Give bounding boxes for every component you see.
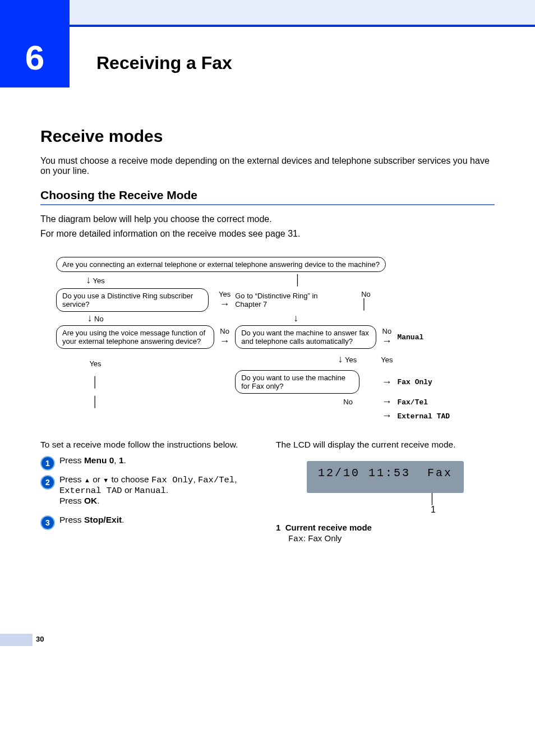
text: Press [59, 496, 84, 505]
up-arrow-icon [84, 474, 90, 484]
left-column: To set a receive mode follow the instruc… [40, 440, 259, 544]
text: , [234, 474, 237, 484]
label-yes: Yes [93, 276, 105, 285]
label-yes: Yes [89, 359, 101, 368]
label-no: No [220, 327, 229, 335]
text: or [90, 474, 103, 484]
instructions-intro: To set a receive mode follow the instruc… [40, 440, 259, 450]
mode-faxonly: Fax Only [397, 378, 432, 386]
label-no: No [343, 398, 353, 406]
diagram-q3: Are you using the voice message function… [56, 325, 214, 349]
arrow-right-icon [220, 338, 230, 346]
header-blue-block [0, 0, 70, 27]
text: Press [59, 455, 84, 465]
header-strip [0, 0, 535, 27]
text: , [114, 455, 119, 465]
legend: 1 Current receive mode [276, 523, 495, 532]
legend-num: 1 [276, 523, 280, 532]
footer: 30 [0, 634, 535, 651]
arrow-right-icon [382, 338, 392, 346]
mode-exttad: External TAD [397, 412, 450, 421]
diagram-q1: Are you connecting an external telephone… [56, 257, 386, 272]
arrow-right-icon [382, 379, 392, 387]
key-1: 1 [119, 455, 124, 465]
chapter-header: 6 Receiving a Fax [0, 27, 535, 87]
step-1: 1 Press Menu 0, 1. [40, 455, 259, 465]
step-1-text: Press Menu 0, 1. [59, 455, 126, 465]
legend-rest: : Fax Only [303, 533, 342, 543]
arrow-down-icon [86, 275, 91, 285]
text: to choose [109, 474, 151, 484]
text: or [122, 485, 135, 495]
label-yes: Yes [345, 356, 357, 364]
arrow-right-icon [382, 412, 392, 421]
arrow-down-icon [293, 314, 298, 323]
step-number-2: 2 [40, 475, 55, 490]
label-no: No [382, 327, 392, 335]
key-menu-0: Menu 0 [84, 455, 114, 465]
text: , [193, 474, 198, 484]
arrow-down-icon [87, 314, 92, 323]
key-stop-exit: Stop/Exit [84, 515, 122, 524]
step-3: 3 Press Stop/Exit. [40, 515, 259, 525]
right-column: The LCD will display the current receive… [276, 440, 495, 544]
text: Press [59, 474, 84, 484]
chapter-number: 6 [0, 27, 70, 87]
callout-number: 1 [431, 505, 436, 514]
key-ok: OK [84, 496, 97, 505]
diagram-q5: Do you want to use the machine for Fax o… [235, 370, 359, 394]
step-2-text: Press or to choose Fax Only, Fax/Tel, Ex… [59, 474, 237, 505]
text: Press [59, 515, 84, 524]
flow-diagram: Are you connecting an external telephone… [54, 256, 480, 423]
page-number-bar: 30 [0, 634, 33, 646]
label-no: No [361, 290, 371, 298]
opt-fax-tel: Fax/Tel [198, 475, 234, 485]
arrow-right-icon [220, 301, 230, 309]
section-title: Receive modes [40, 127, 495, 146]
lcd-callout: │ 1 [276, 493, 495, 515]
text: . [97, 496, 99, 505]
diagram-goto: Go to “Distinctive Ring” in Chapter 7 [235, 292, 319, 308]
legend-body: Fax: Fax Only [276, 533, 495, 544]
opt-manual: Manual [135, 486, 166, 496]
step-3-text: Press Stop/Exit. [59, 515, 124, 524]
mode-manual: Manual [397, 333, 423, 342]
label-yes: Yes [381, 356, 393, 364]
down-arrow-icon [103, 474, 109, 484]
lead-paragraph: You must choose a receive mode depending… [40, 156, 495, 176]
label-yes: Yes [219, 290, 230, 298]
paragraph-2: For more detailed information on the rec… [40, 229, 495, 239]
opt-fax-only: Fax Only [151, 475, 193, 485]
legend-title: Current receive mode [285, 523, 372, 532]
paragraph-1: The diagram below will help you choose t… [40, 214, 495, 224]
opt-external-tad: External TAD [59, 486, 122, 496]
text: . [122, 515, 124, 524]
step-number-3: 3 [40, 515, 55, 530]
mode-faxtel: Fax/Tel [397, 398, 428, 407]
chapter-title: Receiving a Fax [96, 53, 232, 73]
arrow-down-icon [338, 354, 343, 364]
text: . [166, 485, 168, 495]
lcd-display: 12/10 11:53 Fax [307, 461, 464, 493]
step-2: 2 Press or to choose Fax Only, Fax/Tel, … [40, 474, 259, 506]
arrow-right-icon [382, 398, 392, 407]
diagram-q2: Do you use a Distinctive Ring subscriber… [56, 288, 209, 312]
legend-code: Fax [288, 534, 303, 544]
subsection-title: Choosing the Receive Mode [40, 188, 495, 205]
label-no: No [94, 315, 104, 323]
diagram-q4: Do you want the machine to answer fax an… [235, 325, 376, 349]
step-number-1: 1 [40, 456, 55, 471]
page-number: 30 [36, 635, 44, 643]
text: . [124, 455, 126, 465]
right-intro: The LCD will display the current receive… [276, 440, 495, 450]
